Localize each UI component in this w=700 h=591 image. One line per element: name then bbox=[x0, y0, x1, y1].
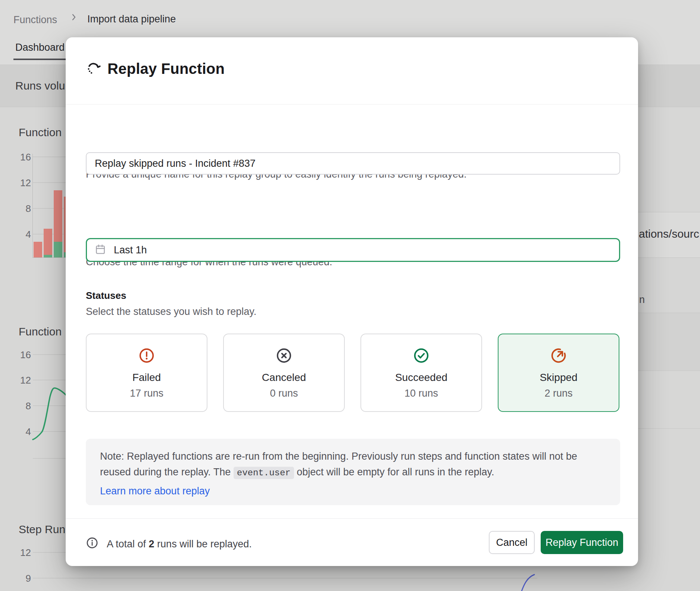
dialog-header: Replay Function bbox=[66, 37, 638, 104]
status-card-failed[interactable]: Failed 17 runs bbox=[86, 334, 207, 412]
summary-text: A total of 2 runs will be replayed. bbox=[107, 538, 252, 550]
status-card-label: Succeeded bbox=[395, 372, 447, 384]
statuses-description: Select the statuses you wish to replay. bbox=[86, 306, 256, 318]
chart1-axis bbox=[32, 154, 33, 257]
status-card-canceled[interactable]: Canceled 0 runs bbox=[223, 334, 345, 412]
bg-truncated-text: n bbox=[639, 294, 645, 306]
bg-truncated-path-text: ations/sourc bbox=[639, 228, 700, 240]
chart1-gridline bbox=[33, 157, 66, 157]
chart1-title: Function bbox=[19, 126, 62, 139]
status-card-count: 17 runs bbox=[130, 388, 163, 399]
learn-more-link[interactable]: Learn more about replay bbox=[100, 483, 606, 499]
chart1-bar-failed bbox=[34, 242, 42, 257]
status-cards: Failed 17 runs Canceled 0 runs Suc bbox=[86, 334, 620, 412]
chart3-gridline bbox=[33, 552, 66, 553]
alert-circle-icon bbox=[138, 347, 155, 366]
calendar-icon bbox=[94, 243, 106, 257]
note-code: event.user bbox=[234, 467, 294, 479]
bg-right-divider bbox=[634, 428, 700, 429]
chart2-tick-16: 16 bbox=[15, 349, 31, 361]
chart1-gridline bbox=[33, 182, 66, 183]
check-circle-icon bbox=[413, 347, 430, 366]
replay-function-dialog: Replay Function Replay Name Provide a un… bbox=[66, 37, 638, 566]
cancel-button[interactable]: Cancel bbox=[489, 531, 535, 554]
status-card-count: 0 runs bbox=[270, 388, 298, 399]
note-text: object will be empty for all runs in the… bbox=[294, 466, 494, 478]
chart1-tick-16: 16 bbox=[15, 151, 31, 163]
replay-name-input[interactable] bbox=[86, 152, 620, 175]
statuses-label: Statuses bbox=[86, 290, 126, 301]
date-range-field[interactable]: Last 1h bbox=[86, 238, 620, 262]
skip-arrow-circle-icon bbox=[550, 347, 567, 366]
chart2-gridline bbox=[33, 380, 66, 380]
chart3-tick-9: 9 bbox=[15, 573, 31, 584]
chart2-tick-8: 8 bbox=[15, 400, 31, 412]
status-card-count: 2 runs bbox=[544, 388, 572, 399]
replay-summary: A total of 2 runs will be replayed. bbox=[86, 534, 252, 554]
chart1-baseline bbox=[32, 257, 66, 258]
info-icon bbox=[86, 537, 99, 552]
bg-right-divider bbox=[634, 313, 700, 313]
bg-right-divider bbox=[634, 370, 700, 371]
breadcrumb-current-page: Import data pipeline bbox=[87, 13, 176, 25]
bg-right-divider bbox=[634, 212, 700, 212]
chart2-tick-12: 12 bbox=[15, 375, 31, 386]
chart2-gridline bbox=[33, 354, 66, 355]
chart2-tick-4: 4 bbox=[15, 426, 31, 438]
date-range-value: Last 1h bbox=[114, 244, 147, 256]
chart2-title: Function bbox=[19, 325, 62, 338]
x-circle-icon bbox=[275, 347, 293, 366]
status-card-label: Canceled bbox=[262, 372, 306, 384]
chart1-tick-12: 12 bbox=[15, 177, 31, 189]
screen: Functions Import data pipeline Dashboard… bbox=[0, 0, 700, 591]
chevron-right-icon bbox=[69, 13, 78, 23]
status-card-skipped[interactable]: Skipped 2 runs bbox=[498, 334, 619, 412]
status-card-succeeded[interactable]: Succeeded 10 runs bbox=[360, 334, 482, 412]
dialog-actions: Cancel Replay Function bbox=[489, 531, 623, 554]
chart1-tick-4: 4 bbox=[15, 229, 31, 240]
footer-divider bbox=[66, 518, 638, 519]
chart3-tick-12: 12 bbox=[15, 547, 31, 559]
chart1-bar-succeeded bbox=[44, 255, 52, 257]
status-card-label: Skipped bbox=[540, 372, 577, 384]
chart1-bar-succeeded bbox=[54, 242, 62, 257]
tab-dashboard[interactable]: Dashboard bbox=[15, 42, 65, 53]
replay-icon bbox=[85, 60, 101, 78]
chart1-tick-8: 8 bbox=[15, 203, 31, 215]
chart3-line bbox=[519, 570, 538, 591]
tab-active-underline bbox=[13, 59, 68, 60]
breadcrumb-functions[interactable]: Functions bbox=[13, 14, 57, 26]
chart2-line bbox=[32, 384, 69, 444]
status-card-count: 10 runs bbox=[404, 388, 438, 399]
chart2-gridline bbox=[33, 458, 66, 459]
replay-note: Note: Replayed functions are re-run from… bbox=[86, 439, 620, 505]
bg-right-divider bbox=[634, 257, 700, 258]
runs-volume-title: Runs volu bbox=[15, 79, 65, 92]
chart3-title: Step Run bbox=[19, 523, 65, 536]
dialog-title: Replay Function bbox=[107, 60, 225, 77]
chart1-bar-failed bbox=[44, 229, 52, 255]
replay-function-button[interactable]: Replay Function bbox=[541, 531, 623, 554]
status-card-label: Failed bbox=[132, 372, 161, 384]
chart1-bar-failed bbox=[54, 190, 62, 242]
summary-count: 2 bbox=[149, 538, 154, 550]
chart3-gridline bbox=[33, 578, 537, 578]
bg-right-row bbox=[634, 313, 700, 370]
